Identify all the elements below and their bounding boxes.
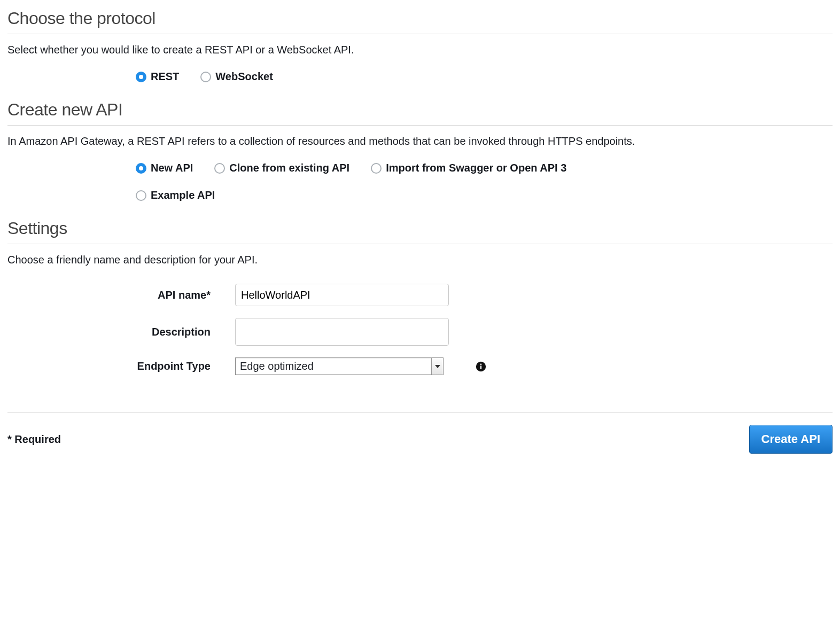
radio-label: New API	[151, 162, 193, 174]
radio-websocket[interactable]: WebSocket	[200, 71, 273, 83]
select-endpoint-type[interactable]: Edge optimized	[235, 357, 444, 375]
radio-label: Import from Swagger or Open API 3	[386, 162, 566, 174]
section-desc-protocol: Select whether you would like to create …	[7, 42, 833, 58]
input-api-name[interactable]	[235, 284, 449, 306]
label-api-name: API name*	[13, 289, 211, 301]
radio-icon	[136, 163, 146, 174]
radio-rest[interactable]: REST	[136, 71, 179, 83]
footer: * Required Create API	[7, 413, 833, 454]
settings-form: API name* Description Endpoint Type Edge…	[13, 284, 833, 375]
radio-icon	[214, 163, 225, 174]
section-title-settings: Settings	[7, 216, 833, 244]
radio-example-api[interactable]: Example API	[136, 189, 215, 201]
svg-point-3	[480, 363, 482, 365]
radio-label: REST	[151, 71, 179, 83]
radio-label: WebSocket	[215, 71, 273, 83]
chevron-down-icon	[431, 358, 443, 375]
radio-icon	[200, 72, 211, 82]
create-api-button[interactable]: Create API	[749, 425, 833, 454]
input-description[interactable]	[235, 318, 449, 346]
section-desc-create: In Amazon API Gateway, a REST API refers…	[7, 133, 833, 149]
select-value: Edge optimized	[236, 358, 431, 375]
radio-import-api[interactable]: Import from Swagger or Open API 3	[371, 162, 566, 174]
section-title-create: Create new API	[7, 98, 833, 126]
section-desc-settings: Choose a friendly name and description f…	[7, 252, 833, 268]
svg-marker-0	[435, 365, 440, 368]
radio-icon	[371, 163, 382, 174]
required-note: * Required	[7, 433, 61, 446]
radio-icon	[136, 190, 146, 201]
label-description: Description	[13, 326, 211, 338]
label-endpoint-type: Endpoint Type	[13, 360, 211, 372]
svg-rect-2	[480, 365, 481, 369]
protocol-radio-group: REST WebSocket	[7, 71, 833, 83]
radio-icon	[136, 72, 146, 82]
radio-label: Clone from existing API	[229, 162, 349, 174]
info-icon[interactable]	[476, 361, 486, 372]
radio-label: Example API	[151, 189, 215, 201]
radio-clone-api[interactable]: Clone from existing API	[214, 162, 349, 174]
create-radio-group: New API Clone from existing API Import f…	[7, 162, 833, 201]
radio-new-api[interactable]: New API	[136, 162, 193, 174]
section-title-protocol: Choose the protocol	[7, 6, 833, 34]
